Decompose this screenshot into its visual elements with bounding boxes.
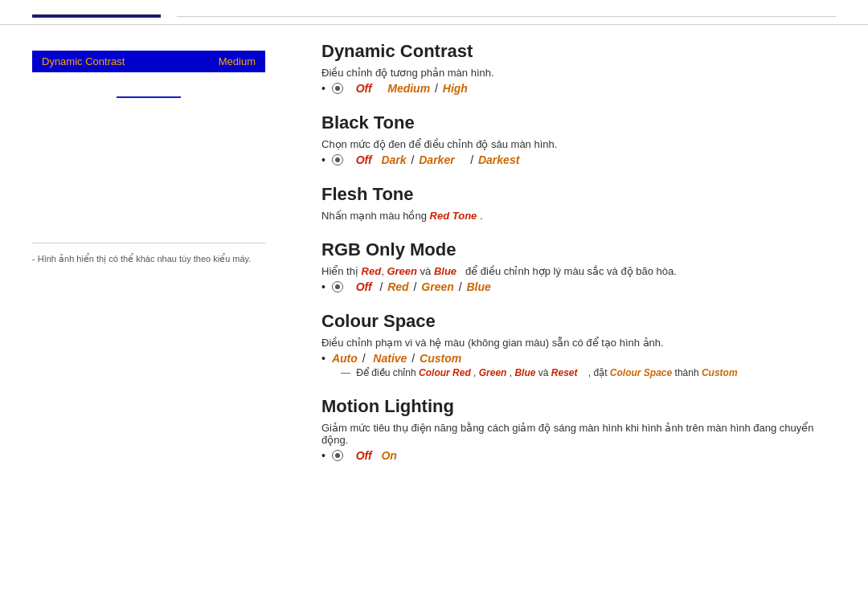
dc-option-off [348, 82, 354, 95]
section-motion-lighting: Motion Lighting Giảm mức tiêu thụ điện n… [321, 396, 828, 462]
rgb-sep-green: / [456, 280, 465, 293]
rgb-blue-label: Blue [434, 265, 457, 277]
section-title-black-tone: Black Tone [321, 112, 828, 133]
bt-sep2: / [408, 153, 418, 166]
cs-green: Green [479, 367, 507, 378]
dc-high-label: High [443, 82, 468, 95]
section-title-flesh-tone: Flesh Tone [321, 184, 828, 205]
section-desc-flesh-tone: Nhấn mạnh màu hồng Red Tone . [321, 210, 828, 222]
section-options-dynamic-contrast: • Off Medium / High [321, 82, 828, 95]
section-flesh-tone: Flesh Tone Nhấn mạnh màu hồng Red Tone . [321, 184, 828, 222]
section-title-dynamic-contrast: Dynamic Contrast [321, 41, 828, 62]
bullet-ml: • [321, 449, 326, 462]
cs-colourspace-ref: Colour Space [610, 367, 672, 378]
bullet-rgb: • [321, 280, 326, 293]
bt-sep1 [374, 153, 380, 166]
section-desc-rgb: Hiển thị Red, Green và Blue để điều chỉn… [321, 265, 828, 277]
rgb-opt-green: Green [421, 280, 453, 293]
flesh-desc-before: Nhấn mạnh màu hồng [321, 210, 430, 222]
section-desc-dynamic-contrast: Điều chỉnh độ tương phản màn hình. [321, 67, 828, 79]
rgb-space [348, 280, 354, 293]
cs-blue: Blue [514, 367, 535, 378]
bt-space [348, 153, 354, 166]
dc-sep1 [374, 82, 387, 95]
cs-to: thành [675, 367, 702, 378]
section-desc-colour-space: Điều chỉnh phạm vi và hệ màu (không gian… [321, 337, 828, 349]
rgb-desc-after: để điều chỉnh hợp lý màu sắc và độ bão h… [457, 265, 677, 277]
top-bar [0, 0, 868, 25]
bullet-cs: • [321, 352, 326, 365]
rgb-sep2: và [417, 265, 434, 277]
bt-dark-label: Dark [381, 153, 406, 166]
cs-sep2: / [408, 352, 418, 365]
top-bar-right-line [177, 16, 836, 17]
bt-darker-label: Darker [419, 153, 454, 166]
section-title-colour-space: Colour Space [321, 311, 828, 332]
rgb-red-label: Red [362, 265, 382, 277]
flesh-red-tone: Red Tone [430, 210, 477, 222]
section-desc-black-tone: Chọn mức độ đen để điều chỉnh độ sâu màn… [321, 138, 828, 150]
sidebar-item-label: Dynamic Contrast [42, 55, 125, 67]
section-options-motion-lighting: • Off On [321, 449, 828, 462]
section-title-rgb: RGB Only Mode [321, 239, 828, 260]
section-title-motion-lighting: Motion Lighting [321, 396, 828, 417]
ml-on-label: On [381, 449, 396, 462]
bt-darkest-label: Darkest [478, 153, 519, 166]
sidebar-menu-item-dynamic-contrast[interactable]: Dynamic Contrast Medium [32, 51, 265, 72]
bt-off-label: Off [356, 153, 372, 166]
sidebar-item-value: Medium [219, 55, 256, 67]
rgb-off-label: Off [356, 280, 372, 293]
cs-native-label: Native [373, 352, 407, 365]
bullet-dc: • [321, 82, 326, 95]
colour-space-subnote: — Để điều chỉnh Colour Red , Green , Blu… [341, 367, 828, 378]
main-layout: Dynamic Contrast Medium - Hình ảnh hiển … [0, 25, 868, 496]
cs-subnote-after: , đặt [580, 367, 610, 378]
bt-sep4: / [470, 153, 477, 166]
section-colour-space: Colour Space Điều chỉnh phạm vi và hệ mà… [321, 311, 828, 378]
section-dynamic-contrast: Dynamic Contrast Điều chỉnh độ tương phả… [321, 41, 828, 95]
content-area: Dynamic Contrast Điều chỉnh độ tương phả… [289, 25, 868, 496]
bt-sep3 [457, 153, 469, 166]
cs-subnote-sep1: , [473, 367, 479, 378]
sidebar-note-text: - Hình ảnh hiển thị có thể khác nhau tùy… [32, 254, 251, 264]
dc-off-label: Off [356, 82, 372, 95]
rgb-opt-blue: Blue [466, 280, 490, 293]
flesh-desc-after: . [477, 210, 482, 222]
ml-off-label: Off [356, 449, 372, 462]
sidebar: Dynamic Contrast Medium - Hình ảnh hiển … [0, 25, 289, 496]
em-dash-icon: — [341, 367, 350, 378]
ml-space2 [374, 449, 380, 462]
option-icon-rgb [332, 281, 343, 292]
cs-auto-label: Auto [332, 352, 358, 365]
rgb-sep-red: / [411, 280, 420, 293]
cs-and: và [538, 367, 551, 378]
dc-medium-label: Medium [387, 82, 430, 95]
dc-sep2: / [432, 82, 441, 95]
section-desc-motion-lighting: Giảm mức tiêu thụ điện năng bằng cách gi… [321, 422, 828, 446]
cs-colour-red: Colour Red [419, 367, 471, 378]
cs-custom-ref: Custom [702, 367, 738, 378]
rgb-desc-before: Hiển thị [321, 265, 362, 277]
section-options-colour-space: • Auto / Native / Custom [321, 352, 828, 365]
section-black-tone: Black Tone Chọn mức độ đen để điều chỉnh… [321, 112, 828, 166]
rgb-green-label: Green [387, 265, 417, 277]
sidebar-divider [117, 96, 181, 98]
rgb-opt-red: Red [387, 280, 408, 293]
ml-space [348, 449, 354, 462]
rgb-sep-off: / [374, 280, 387, 293]
option-icon-ml [332, 450, 343, 461]
option-icon-dc [332, 83, 343, 94]
section-options-black-tone: • Off Dark / Darker / Darkest [321, 153, 828, 166]
bullet-bt: • [321, 153, 326, 166]
cs-sep1: / [359, 352, 372, 365]
cs-custom-label: Custom [420, 352, 461, 365]
cs-reset: Reset [551, 367, 578, 378]
section-options-rgb: • Off / Red / Green / Blue [321, 280, 828, 293]
top-bar-left-accent [32, 14, 161, 18]
section-rgb-only-mode: RGB Only Mode Hiển thị Red, Green và Blu… [321, 239, 828, 293]
cs-subnote-before: Để điều chỉnh [356, 367, 419, 378]
option-icon-bt [332, 154, 343, 166]
sidebar-note: - Hình ảnh hiển thị có thể khác nhau tùy… [32, 243, 265, 264]
